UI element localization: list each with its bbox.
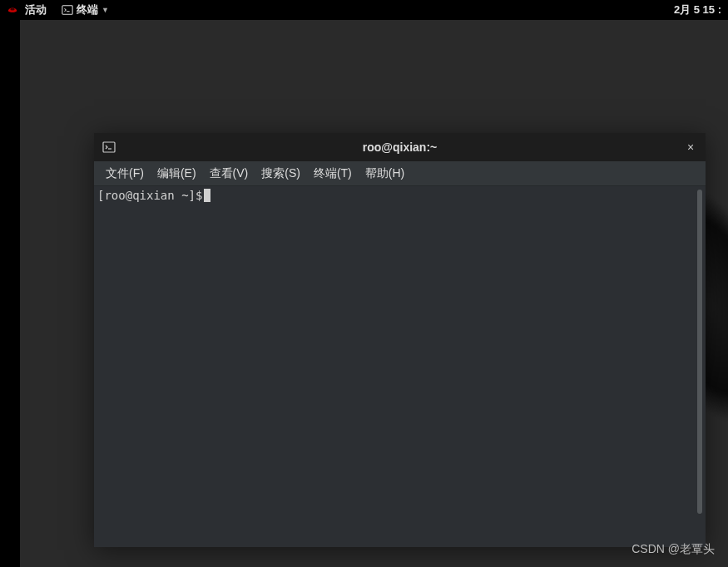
menu-help[interactable]: 帮助(H) (359, 163, 411, 185)
terminal-app-icon (62, 4, 73, 16)
menu-view[interactable]: 查看(V) (203, 163, 255, 185)
shell-prompt: [roo@qixian ~]$ (97, 188, 202, 203)
window-terminal-icon (102, 141, 116, 154)
redhat-logo-icon[interactable] (7, 4, 18, 16)
gnome-top-bar: 活动 终端 ▼ 2月 5 15 : (0, 0, 728, 20)
svg-point-0 (10, 8, 14, 11)
vertical-scrollbar[interactable] (696, 190, 704, 514)
menu-edit[interactable]: 编辑(E) (151, 163, 203, 185)
prompt-line: [roo@qixian ~]$ (97, 188, 692, 203)
chevron-down-icon: ▼ (102, 6, 109, 14)
menu-terminal[interactable]: 终端(T) (307, 163, 359, 185)
terminal-window: roo@qixian:~ × 文件(F) 编辑(E) 查看(V) 搜索(S) 终… (94, 133, 706, 547)
terminal-body[interactable]: [roo@qixian ~]$ (94, 186, 706, 547)
activities-button[interactable]: 活动 (25, 2, 47, 17)
close-button[interactable]: × (684, 141, 697, 154)
menu-file[interactable]: 文件(F) (99, 163, 151, 185)
clock-area[interactable]: 2月 5 15 : (674, 2, 721, 17)
menu-bar: 文件(F) 编辑(E) 查看(V) 搜索(S) 终端(T) 帮助(H) (94, 161, 706, 186)
window-title-bar[interactable]: roo@qixian:~ × (94, 133, 706, 161)
terminal-content[interactable]: [roo@qixian ~]$ (94, 186, 696, 547)
window-title: roo@qixian:~ (363, 141, 438, 154)
svg-rect-3 (103, 142, 115, 152)
current-app-indicator[interactable]: 终端 ▼ (62, 2, 109, 17)
close-icon: × (687, 141, 694, 154)
scrollbar-thumb[interactable] (697, 190, 702, 514)
menu-search[interactable]: 搜索(S) (255, 163, 307, 185)
svg-rect-1 (62, 6, 72, 15)
watermark-text: CSDN @老覃头 (631, 542, 715, 557)
top-bar-left: 活动 终端 ▼ (7, 2, 109, 17)
current-app-name: 终端 (77, 2, 98, 17)
desktop-area: roo@qixian:~ × 文件(F) 编辑(E) 查看(V) 搜索(S) 终… (20, 20, 728, 567)
cursor-icon (204, 189, 210, 202)
